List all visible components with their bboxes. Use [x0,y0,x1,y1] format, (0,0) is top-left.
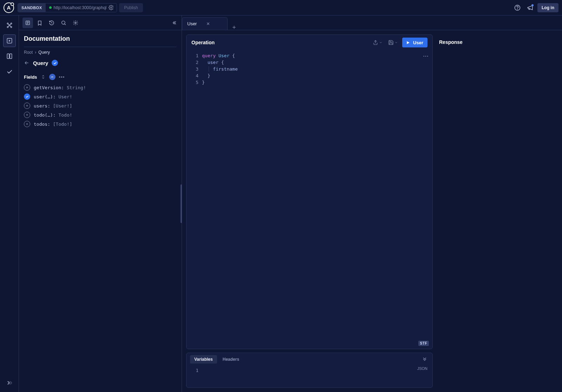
documentation-sidebar: Documentation Root › Query Query Fields [19,15,182,392]
endpoint-chip: SANDBOX http://localhost:3000/graphql [18,3,117,12]
tab-user[interactable]: User [182,17,228,30]
chevron-right-icon: › [35,50,36,55]
tab-variables[interactable]: Variables [190,355,217,364]
field-add-icon[interactable] [24,103,30,109]
type-name: Query [33,60,48,66]
resize-handle[interactable] [181,184,182,223]
variables-panel: Variables Headers JSON 1 [186,353,433,388]
svg-point-7 [9,25,10,26]
response-title: Response [439,39,463,45]
field-signature: users: [User!] [34,103,72,109]
doc-tab-history-icon[interactable] [46,18,57,28]
login-button[interactable]: Log in [537,3,558,12]
svg-point-12 [62,21,65,24]
status-dot-icon [49,6,52,9]
editor-menu-icon[interactable] [423,53,429,59]
field-row[interactable]: user(…): User! [24,93,177,100]
response-pane: Response [437,30,562,392]
rail-diff-icon[interactable] [3,50,16,63]
collapse-sidebar-icon[interactable] [169,18,179,28]
svg-point-16 [427,56,428,57]
svg-point-13 [75,22,76,24]
endpoint-url-text: http://localhost:3000/graphql [54,5,107,10]
svg-point-6 [11,26,12,27]
field-add-icon[interactable] [24,121,30,127]
field-signature: todos: [Todo!] [34,122,72,127]
doc-tab-bookmark-icon[interactable] [34,18,45,28]
share-icon[interactable] [371,38,384,47]
operation-panel: Operation User [186,34,433,349]
field-signature: user(…): User! [34,94,72,99]
sort-icon[interactable] [41,74,46,79]
variables-editor[interactable]: JSON 1 [187,366,432,387]
doc-tab-reference-icon[interactable] [22,18,33,28]
line-number: 1 [187,367,198,374]
field-signature: getVersion: String! [34,85,86,90]
field-list: getVersion: String!user(…): User!users: … [24,84,177,127]
svg-rect-9 [7,54,9,58]
endpoint-url[interactable]: http://localhost:3000/graphql [46,4,117,12]
field-add-icon[interactable] [24,84,30,91]
doc-title: Documentation [24,35,177,43]
rail-expand-icon[interactable] [3,377,16,389]
run-button-label: User [413,40,423,45]
sandbox-badge: SANDBOX [18,4,46,12]
field-row[interactable]: getVersion: String! [24,84,177,91]
breadcrumb: Root › Query [24,50,177,55]
field-row[interactable]: todos: [Todo!] [24,121,177,127]
field-row[interactable]: todo(…): Todo! [24,112,177,118]
tab-headers[interactable]: Headers [218,355,243,364]
divider [24,47,177,47]
operation-title: Operation [191,40,368,45]
field-signature: todo(…): Todo! [34,112,72,118]
publish-button[interactable]: Publish [119,3,143,12]
rail-schema-icon[interactable] [3,19,16,32]
back-arrow-icon[interactable] [24,60,30,66]
svg-point-4 [11,23,12,24]
announcements-icon[interactable] [525,2,535,13]
svg-point-15 [425,56,426,57]
field-remove-icon[interactable] [24,93,30,100]
collapse-variables-icon[interactable] [420,355,429,364]
remove-all-fields-icon[interactable]: − [49,74,55,80]
run-button[interactable]: User [402,38,427,47]
notification-dot-icon [531,4,534,6]
rail-checks-icon[interactable] [3,65,16,78]
svg-point-0 [111,7,112,8]
field-row[interactable]: users: [User!] [24,103,177,109]
endpoint-settings-icon[interactable] [109,5,114,10]
tab-label: User [187,21,197,26]
svg-point-14 [424,56,424,57]
save-collection-icon[interactable] [387,38,399,47]
breadcrumb-current: Query [38,50,50,55]
fields-heading: Fields [24,74,37,80]
breadcrumb-root[interactable]: Root [24,50,33,55]
help-icon[interactable] [512,2,523,13]
fields-more-icon[interactable]: ••• [59,74,65,80]
close-tab-icon[interactable] [206,21,210,26]
operation-editor[interactable]: 12345 query User { user { │ firstname }}… [187,50,432,349]
stf-badge[interactable]: STF [418,341,429,346]
doc-tab-search-icon[interactable] [58,18,69,28]
rail-explorer-icon[interactable] [3,34,16,47]
add-tab-icon[interactable] [228,25,240,30]
doc-tab-settings-icon[interactable] [70,18,81,28]
tab-strip: User [182,15,562,30]
apollo-logo[interactable]: A [4,2,14,13]
type-selected-badge-icon[interactable] [52,60,58,66]
field-add-icon[interactable] [24,112,30,118]
svg-rect-10 [9,54,12,58]
svg-point-3 [7,23,8,24]
doc-toolbar [19,15,182,30]
json-mode-badge[interactable]: JSON [417,366,429,371]
svg-point-5 [7,26,8,27]
svg-point-2 [517,9,518,9]
top-bar: A SANDBOX http://localhost:3000/graphql … [0,0,562,15]
nav-rail [0,15,19,392]
